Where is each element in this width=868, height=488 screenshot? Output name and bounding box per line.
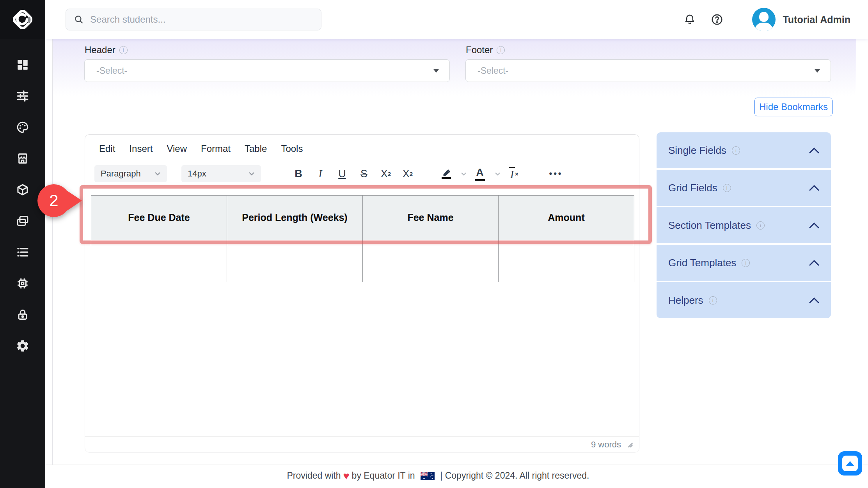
menu-insert[interactable]: Insert [129, 143, 153, 154]
col-amount[interactable]: Amount [499, 196, 634, 240]
rich-text-editor: Edit Insert View Format Table Tools Para… [85, 134, 639, 452]
italic-button[interactable]: I [312, 168, 328, 180]
header-info-icon[interactable]: i [119, 46, 128, 54]
underline-button[interactable]: U [334, 168, 350, 180]
fields-panel: Single Fields i Grid Fields i Section Te… [657, 132, 831, 318]
strikethrough-button[interactable]: S [356, 168, 372, 180]
header-field-label: Header i [85, 45, 128, 55]
table-cell[interactable] [227, 240, 363, 282]
panel-section-grid-templates[interactable]: Grid Templates i [657, 245, 831, 281]
panel-section-single-fields[interactable]: Single Fields i [657, 132, 831, 168]
chevron-up-icon[interactable] [809, 260, 819, 266]
table-cell[interactable] [91, 240, 227, 282]
content-right-border [856, 39, 856, 465]
col-fee-due-date[interactable]: Fee Due Date [91, 196, 227, 240]
sidebar-item-security[interactable] [0, 299, 45, 330]
info-icon[interactable]: i [742, 259, 750, 267]
sidebar-item-preferences[interactable] [0, 80, 45, 112]
bell-icon [683, 13, 696, 26]
menu-tools[interactable]: Tools [281, 143, 303, 154]
chevron-up-icon[interactable] [809, 185, 819, 191]
subscript-button[interactable]: X2 [378, 168, 394, 180]
fee-schedule-table[interactable]: Fee Due Date Period Length (Weeks) Fee N… [91, 195, 634, 282]
search-input[interactable] [90, 14, 313, 25]
avatar[interactable] [752, 8, 776, 31]
text-color-menu[interactable] [495, 172, 501, 176]
sidebar-item-store[interactable] [0, 143, 45, 174]
info-icon[interactable]: i [723, 184, 731, 192]
hide-bookmarks-button[interactable]: Hide Bookmarks [754, 98, 832, 116]
menu-view[interactable]: View [167, 143, 187, 154]
resize-handle[interactable] [627, 441, 634, 448]
text-color-button[interactable]: A [472, 167, 488, 181]
copies-icon [16, 214, 29, 228]
page-footer: Provided with♥by Equator IT in | Copyrig… [45, 470, 831, 482]
panel-section-helpers[interactable]: Helpers i [657, 282, 831, 318]
chevron-down-icon [461, 172, 467, 176]
top-header: Tutorial Admin [45, 0, 868, 39]
panel-section-section-templates[interactable]: Section Templates i [657, 207, 831, 243]
sidebar-item-integrations[interactable] [0, 268, 45, 299]
search-box[interactable] [66, 9, 321, 30]
sidebar [0, 0, 45, 488]
gear-icon [16, 339, 30, 353]
list-icon [16, 246, 29, 259]
paragraph-format-select[interactable]: Paragraph [94, 165, 167, 182]
menu-edit[interactable]: Edit [99, 143, 115, 154]
info-icon[interactable]: i [756, 221, 765, 230]
user-name[interactable]: Tutorial Admin [783, 14, 850, 25]
menu-format[interactable]: Format [201, 143, 231, 154]
footer-info-icon[interactable]: i [497, 46, 505, 54]
header-select[interactable]: -Select- [84, 59, 450, 82]
caret-down-icon [433, 69, 439, 73]
lock-icon [16, 308, 29, 321]
highlight-color-button[interactable] [438, 167, 454, 180]
storefront-icon [16, 152, 29, 165]
more-tools-button[interactable]: ••• [548, 169, 564, 179]
table-cell[interactable] [499, 240, 634, 282]
info-icon[interactable]: i [732, 146, 740, 155]
app-root: Tutorial Admin Header i -Select- Footer … [0, 0, 868, 488]
footer-field-label: Footer i [466, 45, 505, 55]
superscript-button[interactable]: X2 [400, 168, 415, 180]
sidebar-item-dashboard[interactable] [0, 49, 45, 80]
annotation-step-number: 2 [36, 182, 72, 219]
col-period-length[interactable]: Period Length (Weeks) [227, 196, 363, 240]
arrow-up-icon [846, 461, 854, 466]
scroll-to-top-button[interactable] [838, 451, 862, 476]
sidebar-item-lists[interactable] [0, 237, 45, 268]
chevron-down-icon [249, 172, 255, 176]
sidebar-item-theme[interactable] [0, 112, 45, 143]
tune-icon [16, 89, 29, 103]
menu-table[interactable]: Table [245, 143, 267, 154]
editor-statusbar: 9 words [85, 436, 639, 452]
cube-icon [16, 183, 29, 196]
table-cell[interactable] [363, 240, 499, 282]
chevron-up-icon[interactable] [809, 148, 819, 153]
bold-button[interactable]: B [291, 168, 306, 180]
help-icon [710, 13, 724, 26]
dashboard-icon [16, 58, 29, 71]
word-count: 9 words [591, 440, 621, 450]
heart-icon: ♥ [343, 470, 350, 482]
caret-down-icon [814, 69, 820, 73]
header-divider [734, 0, 734, 39]
editor-toolbar: Paragraph 14px B I U S X2 X2 [94, 164, 570, 183]
notifications-button[interactable] [676, 0, 703, 39]
table-row [91, 240, 634, 282]
font-size-select[interactable]: 14px [181, 165, 261, 182]
clear-formatting-button[interactable]: I× [506, 167, 522, 181]
palette-icon [16, 121, 29, 134]
app-logo[interactable] [0, 0, 45, 39]
chevron-up-icon[interactable] [809, 297, 819, 303]
chevron-down-icon [154, 172, 161, 176]
footer-select[interactable]: -Select- [465, 59, 831, 82]
col-fee-name[interactable]: Fee Name [363, 196, 499, 240]
help-button[interactable] [703, 0, 731, 39]
chevron-up-icon[interactable] [809, 223, 819, 228]
panel-section-grid-fields[interactable]: Grid Fields i [657, 170, 831, 206]
info-icon[interactable]: i [709, 296, 717, 305]
chevron-down-icon [495, 172, 501, 176]
sidebar-item-settings[interactable] [0, 330, 45, 362]
highlight-color-menu[interactable] [461, 172, 467, 176]
